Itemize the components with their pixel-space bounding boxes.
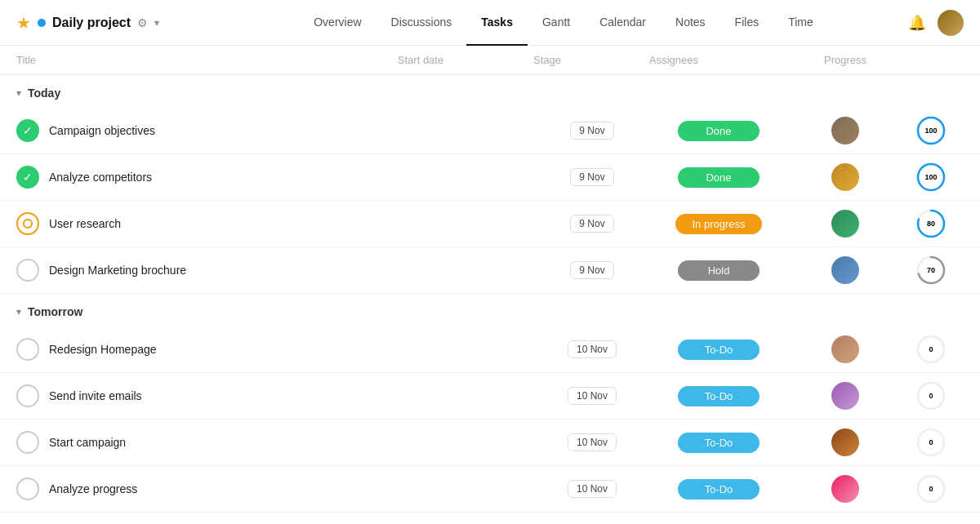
tab-tasks[interactable]: Tasks (466, 0, 528, 46)
task-assignee (792, 117, 898, 144)
nav-tabs: Overview Discussions Tasks Gantt Calenda… (229, 0, 898, 46)
col-header-progress: Progress (727, 54, 964, 66)
table-row[interactable]: Design Marketing brochure 9 Nov Hold 70 (0, 247, 980, 294)
stage-badge[interactable]: To-Do (678, 479, 760, 500)
task-stage: To-Do (645, 340, 792, 360)
task-assignee (792, 256, 898, 284)
task-check[interactable] (16, 212, 49, 235)
table-header: Title Start date Stage Assignees Progres… (0, 46, 980, 75)
task-progress: 0 (898, 428, 964, 457)
stage-badge[interactable]: Done (678, 121, 760, 141)
progress-circle: 100 (916, 162, 946, 192)
date-badge[interactable]: 9 Nov (570, 215, 613, 233)
star-icon[interactable]: ★ (16, 13, 31, 33)
table-row[interactable]: User research 9 Nov In progress 80 (0, 201, 980, 247)
dropdown-arrow-icon[interactable]: ▾ (154, 17, 159, 29)
task-title: Start campaign (49, 436, 539, 449)
task-assignee (792, 210, 898, 238)
check-empty-icon[interactable] (16, 384, 39, 407)
tab-files[interactable]: Files (720, 0, 774, 46)
section-title-today: Today (28, 87, 60, 100)
date-badge[interactable]: 9 Nov (570, 168, 613, 186)
check-done-icon[interactable]: ✓ (16, 119, 39, 142)
avatar[interactable] (938, 10, 964, 36)
table-row[interactable]: ✓ Analyze competitors 9 Nov Done 100 (0, 154, 980, 201)
chevron-icon[interactable]: ▾ (16, 306, 21, 318)
task-title: Analyze competitors (49, 171, 539, 184)
progress-value: 0 (929, 438, 933, 446)
task-assignee (792, 163, 898, 191)
tab-time[interactable]: Time (773, 0, 828, 46)
task-progress: 70 (898, 255, 964, 285)
task-date: 9 Nov (539, 122, 645, 140)
table-row[interactable]: Redesign Homepage 10 Nov To-Do 0 (0, 326, 980, 373)
progress-circle: 0 (916, 381, 946, 411)
task-check[interactable] (16, 384, 49, 407)
stage-badge[interactable]: Hold (678, 260, 760, 281)
task-date: 9 Nov (539, 215, 645, 233)
task-stage: Hold (645, 260, 792, 281)
table-row[interactable]: ✓ Campaign objectives 9 Nov Done 100 (0, 108, 980, 154)
task-progress: 0 (898, 335, 964, 364)
task-date: 10 Nov (539, 340, 645, 358)
check-inprogress-icon[interactable] (16, 212, 39, 235)
task-check[interactable] (16, 259, 49, 282)
check-empty-icon[interactable] (16, 477, 39, 500)
date-badge[interactable]: 9 Nov (570, 122, 613, 140)
col-header-title: Title (16, 54, 368, 66)
assignee-avatar (831, 256, 859, 284)
task-stage: Done (645, 121, 792, 141)
assignee-avatar (831, 429, 859, 456)
date-badge[interactable]: 10 Nov (568, 340, 617, 358)
tab-discussions[interactable]: Discussions (376, 0, 467, 46)
task-date: 10 Nov (539, 433, 645, 451)
table-row[interactable]: Start campaign 10 Nov To-Do 0 (0, 420, 980, 466)
table-row[interactable]: Analyze progress 10 Nov To-Do 0 (0, 466, 980, 513)
task-progress: 100 (898, 162, 964, 192)
date-badge[interactable]: 9 Nov (570, 261, 613, 279)
tab-calendar[interactable]: Calendar (585, 0, 661, 46)
stage-badge[interactable]: In progress (675, 214, 761, 234)
task-check[interactable] (16, 431, 49, 454)
task-check[interactable] (16, 338, 49, 361)
tab-gantt[interactable]: Gantt (528, 0, 585, 46)
bell-icon[interactable]: 🔔 (908, 14, 926, 32)
task-check[interactable] (16, 477, 49, 500)
table-row[interactable]: Send invite emails 10 Nov To-Do 0 (0, 373, 980, 420)
task-progress: 0 (898, 474, 964, 504)
assignee-avatar (831, 475, 859, 503)
stage-badge[interactable]: To-Do (678, 386, 760, 406)
check-empty-icon[interactable] (16, 259, 39, 282)
task-check[interactable]: ✓ (16, 166, 49, 189)
check-empty-icon[interactable] (16, 431, 39, 454)
date-badge[interactable]: 10 Nov (568, 387, 617, 405)
progress-value: 0 (929, 485, 933, 493)
date-badge[interactable]: 10 Nov (568, 480, 617, 498)
progress-circle: 70 (916, 255, 946, 285)
gear-icon[interactable]: ⚙ (137, 16, 148, 29)
task-stage: To-Do (645, 479, 792, 500)
stage-badge[interactable]: Done (678, 167, 760, 188)
tab-notes[interactable]: Notes (661, 0, 720, 46)
project-name: Daily project (52, 16, 131, 30)
tab-overview[interactable]: Overview (299, 0, 376, 46)
assignee-avatar (831, 210, 859, 238)
stage-badge[interactable]: To-Do (678, 340, 760, 360)
check-done-icon[interactable]: ✓ (16, 166, 39, 189)
progress-value: 80 (927, 220, 935, 228)
progress-circle: 80 (916, 209, 946, 238)
col-header-assignees: Assignees (621, 54, 727, 66)
progress-circle: 0 (916, 428, 946, 457)
task-stage: To-Do (645, 386, 792, 406)
task-date: 9 Nov (539, 261, 645, 279)
date-badge[interactable]: 10 Nov (568, 433, 617, 451)
stage-badge[interactable]: To-Do (678, 433, 760, 453)
task-assignee (792, 429, 898, 456)
task-assignee (792, 335, 898, 363)
check-empty-icon[interactable] (16, 338, 39, 361)
task-progress: 100 (898, 116, 964, 145)
task-check[interactable]: ✓ (16, 119, 49, 142)
task-title: Analyze progress (49, 482, 539, 495)
chevron-icon[interactable]: ▾ (16, 87, 21, 99)
task-title: User research (49, 217, 539, 230)
